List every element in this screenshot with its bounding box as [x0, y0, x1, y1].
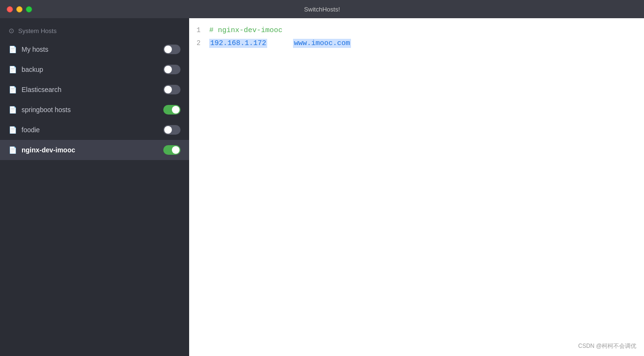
file-icon-springboot: 📄: [9, 106, 17, 114]
comment-text-1: # nginx-dev-imooc: [209, 26, 282, 34]
main-layout: ⊙ System Hosts 📄 My hosts 📄 backup 📄 Ela…: [0, 18, 644, 356]
watermark: CSDN @柯柯不会调优: [578, 342, 636, 350]
ip-address: 192.168.1.172: [209, 39, 267, 48]
sidebar-item-elasticsearch[interactable]: 📄 Elasticsearch: [0, 80, 189, 100]
sidebar: ⊙ System Hosts 📄 My hosts 📄 backup 📄 Ela…: [0, 18, 189, 356]
sidebar-item-nginx-dev-imooc[interactable]: 📄 nginx-dev-imooc: [0, 140, 189, 160]
line-number-2: 2: [195, 37, 209, 49]
close-button[interactable]: [7, 6, 13, 12]
sidebar-item-label-nginx: nginx-dev-imooc: [22, 146, 158, 154]
domain-name: www.imooc.com: [293, 39, 351, 48]
content-area: 1 # nginx-dev-imooc 2 192.168.1.172 www.…: [189, 18, 644, 356]
sidebar-item-label-elasticsearch: Elasticsearch: [22, 86, 158, 93]
toggle-my-hosts[interactable]: [163, 45, 181, 54]
titlebar: SwitchHosts!: [0, 0, 644, 18]
line-number-1: 1: [195, 24, 209, 36]
sidebar-item-springboot-hosts[interactable]: 📄 springboot hosts: [0, 100, 189, 120]
file-icon-foodie: 📄: [9, 126, 17, 134]
toggle-elasticsearch[interactable]: [163, 85, 181, 94]
sidebar-section-system-hosts: ⊙ System Hosts: [0, 22, 189, 39]
toggle-springboot-hosts[interactable]: [163, 105, 181, 115]
sidebar-item-backup[interactable]: 📄 backup: [0, 59, 189, 80]
sidebar-item-my-hosts[interactable]: 📄 My hosts: [0, 39, 189, 59]
system-hosts-icon: ⊙: [9, 27, 14, 34]
sidebar-item-label-backup: backup: [22, 66, 158, 73]
file-icon-elasticsearch: 📄: [9, 86, 17, 93]
line-content-1: # nginx-dev-imooc: [209, 24, 638, 37]
sidebar-item-foodie[interactable]: 📄 foodie: [0, 120, 189, 140]
sidebar-item-label-foodie: foodie: [22, 126, 158, 134]
file-icon-nginx: 📄: [9, 146, 17, 154]
editor-line-1: 1 # nginx-dev-imooc: [189, 24, 644, 37]
traffic-lights: [7, 6, 32, 12]
maximize-button[interactable]: [26, 6, 32, 12]
sidebar-item-label-springboot: springboot hosts: [22, 106, 158, 114]
editor-area[interactable]: 1 # nginx-dev-imooc 2 192.168.1.172 www.…: [189, 18, 644, 356]
sidebar-section-label: System Hosts: [18, 27, 56, 34]
editor-line-2: 2 192.168.1.172 www.imooc.com: [189, 37, 644, 50]
toggle-backup[interactable]: [163, 65, 181, 74]
toggle-foodie[interactable]: [163, 125, 181, 135]
line-content-2: 192.168.1.172 www.imooc.com: [209, 37, 638, 50]
app-title: SwitchHosts!: [304, 6, 340, 13]
file-icon-backup: 📄: [9, 66, 17, 73]
sidebar-item-label-my-hosts: My hosts: [22, 46, 158, 53]
minimize-button[interactable]: [16, 6, 23, 12]
file-icon: 📄: [9, 46, 17, 53]
toggle-nginx-dev-imooc[interactable]: [163, 145, 181, 155]
